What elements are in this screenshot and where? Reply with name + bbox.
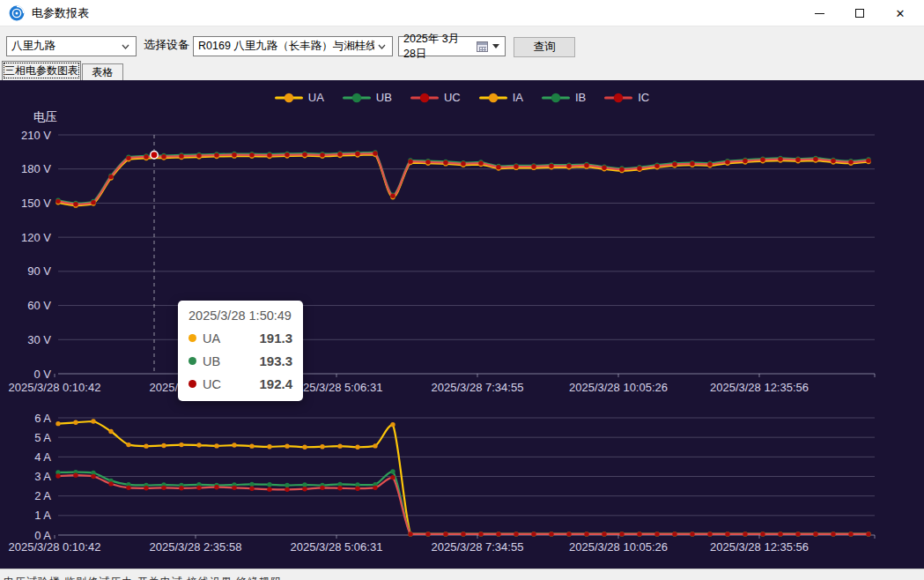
svg-text:4 A: 4 A [34, 450, 51, 464]
legend-item-ua[interactable]: UA [275, 91, 324, 104]
svg-text:60 V: 60 V [27, 299, 51, 312]
legend-label: UA [308, 91, 324, 104]
window-title: 电参数报表 [32, 5, 89, 21]
svg-text:2025/3/28 12:35:56: 2025/3/28 12:35:56 [710, 381, 809, 394]
svg-text:120 V: 120 V [21, 231, 51, 244]
svg-text:180 V: 180 V [21, 162, 51, 175]
svg-text:5 A: 5 A [34, 431, 51, 444]
close-button[interactable]: ✕ [880, 0, 920, 26]
legend-label: IC [638, 91, 649, 104]
dropdown-arrow-icon [492, 44, 499, 48]
svg-text:2025/3/28 5:06:31: 2025/3/28 5:06:31 [291, 381, 383, 394]
charts-svg: 210 V180 V150 V120 V90 V60 V30 V0 V2025/… [0, 80, 924, 569]
series-dot-icon [188, 380, 196, 388]
minimize-icon [815, 13, 824, 14]
svg-text:2025/3/28 7:34:55: 2025/3/28 7:34:55 [432, 540, 524, 554]
calendar-icon [477, 41, 488, 52]
svg-text:6 A: 6 A [34, 412, 51, 425]
legend-line-icon [275, 92, 303, 104]
legend-line-icon [343, 92, 371, 104]
legend-line-icon [542, 92, 570, 104]
legend-item-ib[interactable]: IB [542, 91, 586, 104]
date-picker[interactable]: 2025年 3月28日 [398, 36, 506, 56]
legend-line-icon [604, 92, 632, 104]
background-window-text: 电压试验楼 监则修试压力 开关电试 接线设界 绝缘规阻 [4, 575, 282, 580]
legend-line-icon [479, 92, 507, 104]
tab-three-phase-chart[interactable]: 三相电参数图表 [2, 61, 81, 80]
tooltip-row-uc: UC192.4 [188, 376, 292, 391]
svg-text:2025/3/28 5:06:31: 2025/3/28 5:06:31 [291, 540, 383, 554]
area-select-value: 八里九路 [11, 39, 118, 54]
tooltip-row-ua: UA191.3 [188, 331, 292, 346]
chevron-down-icon [122, 44, 129, 49]
tooltip-series-value: 193.3 [259, 353, 292, 368]
maximize-button[interactable] [839, 0, 880, 26]
tooltip-row-ub: UB193.3 [188, 353, 292, 368]
svg-text:2025/3/28 0:10:42: 2025/3/28 0:10:42 [9, 540, 101, 554]
tooltip-series-name: UA [203, 331, 220, 346]
legend-item-ia[interactable]: IA [479, 91, 523, 104]
svg-text:2025/3/28 10:05:26: 2025/3/28 10:05:26 [569, 381, 668, 394]
svg-text:2025/3/28 12:35:56: 2025/3/28 12:35:56 [710, 540, 809, 554]
area-select[interactable]: 八里九路 [6, 36, 137, 56]
query-button[interactable]: 查询 [514, 37, 575, 57]
minimize-button[interactable] [799, 0, 839, 26]
svg-text:2025/3/28 2:35:58: 2025/3/28 2:35:58 [150, 540, 242, 554]
toolbar: 八里九路 选择设备 R0169 八里九路（长丰路）与湘桂线交 2025年 3月2… [0, 27, 924, 60]
svg-text:30 V: 30 V [27, 333, 51, 346]
legend-line-icon [410, 92, 439, 104]
tooltip-series-name: UB [203, 354, 220, 368]
tooltip-series-value: 192.4 [259, 376, 292, 391]
svg-text:90 V: 90 V [27, 264, 51, 278]
device-label: 选择设备 [144, 37, 189, 53]
legend-label: UC [444, 91, 461, 104]
legend-label: IB [575, 91, 586, 104]
svg-text:2025/3/28 7:34:55: 2025/3/28 7:34:55 [432, 381, 524, 394]
chevron-down-icon [378, 44, 386, 49]
date-picker-value: 2025年 3月28日 [403, 32, 471, 62]
legend-item-ic[interactable]: IC [604, 91, 649, 104]
legend-label: IA [513, 91, 523, 104]
tab-table[interactable]: 表格 [82, 63, 123, 80]
tooltip-time: 2025/3/28 1:50:49 [188, 309, 292, 323]
svg-text:1 A: 1 A [34, 509, 51, 522]
svg-text:3 A: 3 A [34, 470, 51, 483]
chart-tooltip: 2025/3/28 1:50:49 UA191.3UB193.3UC192.4 [178, 301, 303, 401]
tooltip-series-name: UC [203, 377, 221, 391]
svg-text:2025/3/28 0:10:42: 2025/3/28 0:10:42 [9, 381, 101, 394]
svg-text:150 V: 150 V [21, 197, 51, 210]
device-select-value: R0169 八里九路（长丰路）与湘桂线交 [198, 39, 374, 54]
chart-panel[interactable]: 210 V180 V150 V120 V90 V60 V30 V0 V2025/… [0, 80, 924, 569]
svg-text:0 V: 0 V [33, 368, 51, 381]
tooltip-series-value: 191.3 [259, 331, 292, 346]
series-dot-icon [188, 357, 196, 365]
svg-text:2 A: 2 A [34, 489, 51, 502]
svg-text:2025/3/28 10:05:26: 2025/3/28 10:05:26 [569, 540, 668, 554]
app-window: 电参数报表 ✕ 八里九路 选择设备 R0169 八里九路（长丰路）与湘桂线交 2… [0, 0, 924, 580]
svg-text:210 V: 210 V [21, 129, 51, 142]
maximize-icon [855, 9, 864, 18]
background-window-strip: 电压试验楼 监则修试压力 开关电试 接线设界 绝缘规阻 [0, 569, 924, 580]
svg-text:电压: 电压 [33, 110, 57, 123]
device-select[interactable]: R0169 八里九路（长丰路）与湘桂线交 [193, 36, 393, 56]
legend-item-uc[interactable]: UC [410, 91, 461, 104]
close-icon: ✕ [896, 7, 906, 20]
legend-label: UB [376, 91, 392, 104]
title-bar: 电参数报表 ✕ [0, 0, 924, 26]
legend-item-ub[interactable]: UB [343, 91, 392, 104]
app-icon [9, 5, 25, 21]
chart-legend: UAUBUCIAIBIC [0, 91, 924, 104]
tab-strip: 三相电参数图表 表格 [0, 60, 924, 80]
series-dot-icon [188, 334, 196, 342]
